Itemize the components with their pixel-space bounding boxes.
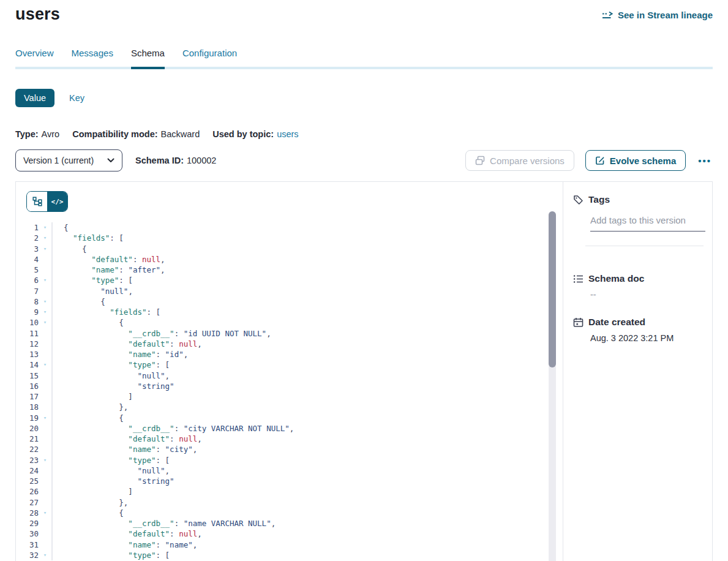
code-text: "__crdb__": "name VARCHAR NULL", [53,518,276,529]
fold-marker-icon[interactable]: ▾ [39,307,51,317]
fold-spacer [39,497,51,508]
schema-id: Schema ID: 100002 [135,156,216,165]
tab-overview[interactable]: Overview [15,48,54,67]
line-number: 13 [16,349,39,360]
compare-versions-label: Compare versions [490,156,565,166]
tab-schema[interactable]: Schema [131,48,165,69]
code-text: { [53,296,105,307]
line-number: 1 [16,222,39,233]
code-line: 21 "default": null, [16,434,563,444]
editor-scrollbar-thumb[interactable] [549,211,556,367]
fold-marker-icon[interactable]: ▾ [39,455,51,465]
fold-marker-icon[interactable]: ▾ [39,508,51,518]
line-number: 19 [16,413,39,423]
more-options-button[interactable]: ••• [697,154,713,167]
tab-bar: OverviewMessagesSchemaConfiguration [15,48,713,69]
code-line: 20 "__crdb__": "city VARCHAR NOT NULL", [16,423,563,434]
code-text: "type": [ [53,360,170,370]
line-number: 18 [16,402,39,412]
version-select[interactable]: Version 1 (current) [15,149,122,171]
meta-compatibility: Compatibility mode: Backward [72,129,200,139]
code-line: 2▾ "fields": [ [16,233,563,243]
code-line: 10▾ { [16,317,563,328]
code-line: 7 "null", [16,286,563,296]
fold-marker-icon[interactable]: ▾ [39,317,51,328]
fold-marker-icon[interactable]: ▾ [39,360,51,370]
schema-doc-section: Schema doc -- [573,273,704,299]
code-text: "name": "city", [53,444,197,454]
fold-marker-icon[interactable]: ▾ [39,244,51,254]
page-header: users See in Stream lineage [15,5,713,24]
code-text: "string" [53,381,174,391]
code-line: 24 "null", [16,465,563,476]
schema-meta: Type: Avro Compatibility mode: Backward … [15,129,713,139]
code-line: 3▾ { [16,244,563,254]
line-number: 24 [16,465,39,476]
schema-id-value: 100002 [187,156,216,165]
fold-spacer [39,518,51,529]
code-text: { [53,222,69,233]
sidebar-divider [585,246,704,246]
tag-icon [573,195,584,205]
fold-spacer [39,286,51,296]
code-line: 23▾ "type": [ [16,455,563,465]
fold-spacer [39,423,51,434]
calendar-icon [573,317,584,328]
editor-scrollbar-track[interactable] [549,211,556,561]
line-number: 2 [16,233,39,243]
line-number: 31 [16,540,39,550]
stream-lineage-link[interactable]: See in Stream lineage [602,10,713,20]
key-tab-button[interactable]: Key [69,93,84,103]
tags-heading: Tags [573,194,704,205]
tab-messages[interactable]: Messages [72,48,113,67]
code-text: "fields": [ [53,307,160,317]
fold-marker-icon[interactable]: ▾ [39,413,51,423]
line-number: 28 [16,508,39,518]
tree-view-button[interactable] [27,192,47,211]
fold-marker-icon[interactable]: ▾ [39,233,51,243]
fold-marker-icon[interactable]: ▾ [39,550,51,560]
list-icon [573,274,584,284]
code-text: { [53,244,87,254]
schema-editor: </> 1▾{2▾ "fields": [3▾ {4 "default": nu… [16,182,563,561]
evolve-schema-button[interactable]: Evolve schema [585,150,686,171]
compare-icon [475,156,485,165]
code-text: "default": null, [53,529,202,539]
used-by-topic-link[interactable]: users [277,129,298,139]
fold-marker-icon[interactable]: ▾ [39,275,51,285]
schema-sidebar: Tags Schema doc [563,182,712,561]
code-text: "type": [ [53,275,133,285]
code-text: "default": null, [53,434,202,444]
schema-doc-value: -- [590,290,704,299]
code-line: 31 "name": "name", [16,540,563,550]
code-text: ] [53,391,133,402]
code-line: 9▾ "fields": [ [16,307,563,317]
code-text: "name": "id", [53,349,188,360]
code-text: "name": "name", [53,540,197,550]
schema-actions: Compare versions Evolve schema ••• [465,150,713,171]
tags-heading-label: Tags [588,194,610,205]
fold-marker-icon[interactable]: ▾ [39,296,51,307]
date-created-heading: Date created [573,317,704,328]
schema-id-label: Schema ID: [135,156,184,165]
code-view-icon: </> [51,198,64,206]
code-text: "__crdb__": "city VARCHAR NOT NULL", [53,423,294,434]
value-tab-button[interactable]: Value [15,89,54,107]
tags-input[interactable] [590,215,705,232]
date-created-section: Date created Aug. 3 2022 3:21 PM [573,317,704,343]
date-created-heading-label: Date created [588,317,645,328]
code-line: 26 ] [16,486,563,497]
stream-lineage-label: See in Stream lineage [618,10,713,20]
code-line: 5 "name": "after", [16,265,563,275]
code-line: 17 ] [16,391,563,402]
line-number: 10 [16,317,39,328]
line-number: 21 [16,434,39,444]
compare-versions-button[interactable]: Compare versions [465,150,574,171]
version-bar: Version 1 (current) Schema ID: 100002 Co… [15,149,713,171]
code-view-button[interactable]: </> [47,192,67,211]
tags-section: Tags [573,194,704,246]
fold-marker-icon[interactable]: ▾ [39,222,51,233]
tab-configuration[interactable]: Configuration [182,48,237,67]
fold-spacer [39,444,51,454]
code-line: 29 "__crdb__": "name VARCHAR NULL", [16,518,563,529]
